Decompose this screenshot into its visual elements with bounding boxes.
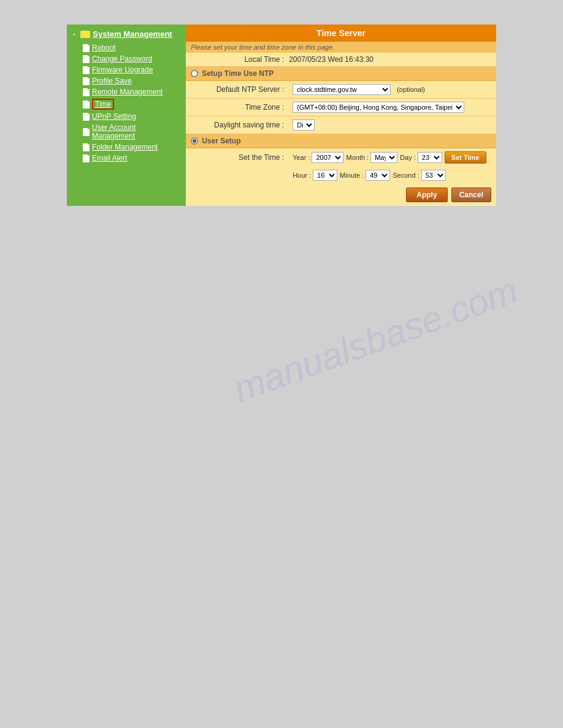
sidebar-link-remote-management[interactable]: Remote Management xyxy=(92,88,163,96)
sidebar-item-firmware-upgrade[interactable]: Firmware Upgrade xyxy=(73,64,180,75)
collapse-icon[interactable]: - xyxy=(73,29,75,39)
second-field-group: Second : 53 xyxy=(393,170,445,181)
doc-icon xyxy=(83,77,90,85)
doc-icon xyxy=(83,44,90,52)
local-time-label: Local Time : xyxy=(191,55,289,64)
ntp-server-label: Default NTP Server : xyxy=(191,85,289,94)
doc-icon xyxy=(83,154,90,162)
sidebar-link-profile-save[interactable]: Profile Save xyxy=(92,77,132,85)
timezone-label: Time Zone : xyxy=(191,103,289,112)
doc-icon xyxy=(83,88,90,96)
ntp-optional-text: (optional) xyxy=(397,86,425,93)
hms-row: Hour : 16 Minute : 49 Second xyxy=(186,167,496,184)
panel-title: Time Server xyxy=(186,25,496,42)
bottom-buttons-row: Apply Cancel xyxy=(186,184,496,206)
ntp-section-header: Setup Time Use NTP xyxy=(186,67,496,81)
month-select[interactable]: May xyxy=(370,152,397,163)
timezone-select[interactable]: (GMT+08:00) Beijing, Hong Kong, Singapor… xyxy=(293,102,464,113)
user-radio[interactable] xyxy=(191,137,198,145)
daylight-row: Daylight saving time : DisableEnable xyxy=(186,116,496,134)
ntp-radio[interactable] xyxy=(191,70,198,77)
doc-icon xyxy=(83,128,90,136)
local-time-row: Local Time : 2007/05/23 Wed 16:43:30 xyxy=(186,53,496,67)
system-management-label[interactable]: System Management xyxy=(93,29,172,39)
sidebar-link-user-account[interactable]: User Account Management xyxy=(92,123,180,140)
set-time-button[interactable]: Set Time xyxy=(445,151,486,164)
sidebar-link-upnp[interactable]: UPnP Setting xyxy=(92,112,136,121)
minute-field-group: Minute : 49 xyxy=(340,170,390,181)
month-field-group: Month : May xyxy=(346,152,397,163)
ntp-server-select[interactable]: clock.stdtime.gov.tw xyxy=(293,84,391,95)
sidebar-link-folder-management[interactable]: Folder Management xyxy=(92,143,158,151)
daylight-label: Daylight saving time : xyxy=(191,121,289,129)
time-server-panel: Time Server Please set your time and tim… xyxy=(186,25,496,206)
user-section-label: User Setup xyxy=(202,137,240,145)
month-label: Month : xyxy=(346,154,369,161)
watermark: manualsbase.com xyxy=(228,269,523,411)
year-select[interactable]: 2007 xyxy=(312,152,343,163)
second-select[interactable]: 53 xyxy=(421,170,446,181)
sidebar-link-email-alert[interactable]: Email Alert xyxy=(92,154,127,162)
day-label: Day : xyxy=(400,154,416,161)
apply-button[interactable]: Apply xyxy=(406,188,447,202)
folder-icon xyxy=(80,31,90,38)
ntp-server-row: Default NTP Server : clock.stdtime.gov.t… xyxy=(186,81,496,99)
sidebar-item-remote-management[interactable]: Remote Management xyxy=(73,86,180,97)
set-time-row: Set the Time : Year : 2007 Month : May xyxy=(186,148,496,167)
minute-label: Minute : xyxy=(340,172,364,179)
hour-select[interactable]: 16 xyxy=(313,170,337,181)
cancel-button[interactable]: Cancel xyxy=(451,188,491,202)
doc-icon xyxy=(83,55,90,63)
year-label: Year : xyxy=(293,154,310,161)
sidebar-item-upnp[interactable]: UPnP Setting xyxy=(73,111,180,122)
day-select[interactable]: 23 xyxy=(418,152,442,163)
doc-icon xyxy=(83,100,90,108)
hour-field-group: Hour : 16 xyxy=(293,170,337,181)
sidebar-item-change-password[interactable]: Change Password xyxy=(73,53,180,64)
sidebar-link-time[interactable]: Time xyxy=(92,99,114,110)
sidebar-item-email-alert[interactable]: Email Alert xyxy=(73,153,180,164)
doc-icon xyxy=(83,143,90,151)
panel-subtitle: Please set your time and time zone in th… xyxy=(186,42,496,53)
ntp-section-label: Setup Time Use NTP xyxy=(202,69,274,78)
sidebar-link-change-password[interactable]: Change Password xyxy=(92,55,152,63)
hms-fields: Hour : 16 Minute : 49 Second xyxy=(293,170,446,181)
minute-select[interactable]: 49 xyxy=(366,170,390,181)
sidebar-item-time[interactable]: Time xyxy=(73,97,180,111)
daylight-select[interactable]: DisableEnable xyxy=(293,119,315,131)
sidebar-item-profile-save[interactable]: Profile Save xyxy=(73,75,180,86)
timezone-row: Time Zone : (GMT+08:00) Beijing, Hong Ko… xyxy=(186,99,496,116)
sidebar: - System Management Reboot Change Passwo… xyxy=(67,25,186,206)
day-field-group: Day : 23 xyxy=(400,152,442,163)
sidebar-item-user-account[interactable]: User Account Management xyxy=(73,122,180,142)
sidebar-link-firmware-upgrade[interactable]: Firmware Upgrade xyxy=(92,66,153,74)
user-section-header: User Setup xyxy=(186,134,496,148)
time-fields: Year : 2007 Month : May Day xyxy=(293,151,486,164)
set-time-label: Set the Time : xyxy=(191,153,289,162)
hour-label: Hour : xyxy=(293,172,311,179)
doc-icon xyxy=(83,66,90,74)
second-label: Second : xyxy=(393,172,419,179)
local-time-value: 2007/05/23 Wed 16:43:30 xyxy=(289,55,373,64)
sidebar-item-reboot[interactable]: Reboot xyxy=(73,42,180,53)
sidebar-item-folder-management[interactable]: Folder Management xyxy=(73,142,180,153)
year-field-group: Year : 2007 xyxy=(293,152,343,163)
doc-icon xyxy=(83,113,90,121)
sidebar-link-reboot[interactable]: Reboot xyxy=(92,44,116,52)
